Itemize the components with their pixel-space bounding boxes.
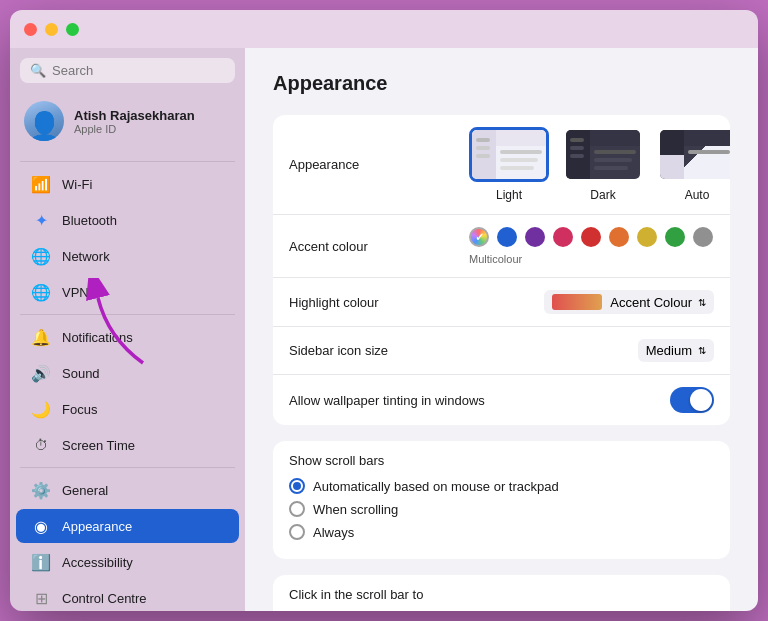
click-scroll-options: Click in the scroll bar to Jump to the n…	[273, 575, 730, 611]
bluetooth-icon: ✦	[30, 209, 52, 231]
appearance-row: Appearance	[273, 115, 730, 215]
sidebar-wrapper: 🔍 👤 Atish Rajasekharan Apple ID	[10, 48, 245, 611]
notifications-icon: 🔔	[30, 326, 52, 348]
sidebar: 🔍 👤 Atish Rajasekharan Apple ID	[10, 48, 245, 611]
accent-options: Multicolour	[469, 227, 713, 265]
general-icon: ⚙️	[30, 479, 52, 501]
screen-time-icon: ⏱	[30, 434, 52, 456]
appearance-thumb-light[interactable]	[469, 127, 549, 182]
zoom-button[interactable]	[66, 23, 79, 36]
wifi-icon: 📶	[30, 173, 52, 195]
wallpaper-tinting-label: Allow wallpaper tinting in windows	[289, 393, 485, 408]
appearance-option-light-label: Light	[496, 188, 522, 202]
sidebar-item-control-centre[interactable]: ⊞ Control Centre	[16, 581, 239, 611]
search-icon: 🔍	[30, 63, 46, 78]
highlight-colour-value: Accent Colour	[610, 295, 692, 310]
scroll-bars-label: Show scroll bars	[289, 453, 714, 468]
scroll-bars-auto-label: Automatically based on mouse or trackpad	[313, 479, 559, 494]
sidebar-icon-size-dropdown[interactable]: Medium ⇅	[638, 339, 714, 362]
sidebar-item-label: Network	[62, 249, 110, 264]
accent-green[interactable]	[665, 227, 685, 247]
sidebar-icon-size-row: Sidebar icon size Medium ⇅	[273, 327, 730, 375]
scroll-bars-scrolling-radio[interactable]	[289, 501, 305, 517]
sidebar-item-bluetooth[interactable]: ✦ Bluetooth	[16, 203, 239, 237]
sidebar-item-label: Focus	[62, 402, 97, 417]
scroll-bars-scrolling-option[interactable]: When scrolling	[289, 501, 714, 517]
panel-title: Appearance	[273, 72, 730, 95]
sidebar-item-vpn[interactable]: 🌐 VPN	[16, 275, 239, 309]
sidebar-item-network[interactable]: 🌐 Network	[16, 239, 239, 273]
sidebar-item-label: Sound	[62, 366, 100, 381]
appearance-thumb-auto[interactable]	[657, 127, 730, 182]
user-name: Atish Rajasekharan	[74, 108, 195, 123]
click-scroll-section: Click in the scroll bar to Jump to the n…	[273, 575, 730, 611]
vpn-icon: 🌐	[30, 281, 52, 303]
scroll-bars-scrolling-label: When scrolling	[313, 502, 398, 517]
avatar: 👤	[24, 101, 64, 141]
sidebar-item-wifi[interactable]: 📶 Wi-Fi	[16, 167, 239, 201]
minimize-button[interactable]	[45, 23, 58, 36]
network-icon: 🌐	[30, 245, 52, 267]
scroll-bars-section: Show scroll bars Automatically based on …	[273, 441, 730, 559]
scroll-bars-options: Show scroll bars Automatically based on …	[273, 441, 730, 559]
scroll-bars-auto-option[interactable]: Automatically based on mouse or trackpad	[289, 478, 714, 494]
highlight-colour-preview	[552, 294, 602, 310]
main-window: 🔍 👤 Atish Rajasekharan Apple ID	[10, 10, 758, 611]
sidebar-item-label: General	[62, 483, 108, 498]
sidebar-divider-3	[20, 467, 235, 468]
accent-purple[interactable]	[525, 227, 545, 247]
search-input[interactable]	[52, 63, 225, 78]
sidebar-item-label: Screen Time	[62, 438, 135, 453]
control-centre-icon: ⊞	[30, 587, 52, 609]
accent-blue[interactable]	[497, 227, 517, 247]
sidebar-item-label: Wi-Fi	[62, 177, 92, 192]
search-bar[interactable]: 🔍	[20, 58, 235, 83]
window-content: 🔍 👤 Atish Rajasekharan Apple ID	[10, 48, 758, 611]
accent-orange[interactable]	[609, 227, 629, 247]
appearance-option-dark-label: Dark	[590, 188, 615, 202]
close-button[interactable]	[24, 23, 37, 36]
sidebar-item-appearance[interactable]: ◉ Appearance	[16, 509, 239, 543]
accent-multicolour[interactable]	[469, 227, 489, 247]
highlight-dropdown-chevron: ⇅	[698, 297, 706, 308]
user-info: Atish Rajasekharan Apple ID	[74, 108, 195, 135]
sidebar-divider-1	[20, 161, 235, 162]
sidebar-item-label: Control Centre	[62, 591, 147, 606]
scroll-bars-auto-radio[interactable]	[289, 478, 305, 494]
sidebar-item-general[interactable]: ⚙️ General	[16, 473, 239, 507]
sidebar-item-label: Appearance	[62, 519, 132, 534]
sidebar-item-label: Bluetooth	[62, 213, 117, 228]
appearance-option-dark[interactable]: Dark	[563, 127, 643, 202]
accent-colour-row: Accent colour	[273, 215, 730, 278]
accent-red[interactable]	[581, 227, 601, 247]
main-panel: Appearance Appearance	[245, 48, 758, 611]
scroll-bars-always-radio[interactable]	[289, 524, 305, 540]
accent-yellow[interactable]	[637, 227, 657, 247]
sidebar-item-focus[interactable]: 🌙 Focus	[16, 392, 239, 426]
sidebar-item-notifications[interactable]: 🔔 Notifications	[16, 320, 239, 354]
accent-graphite[interactable]	[693, 227, 713, 247]
title-bar	[10, 10, 758, 48]
sound-icon: 🔊	[30, 362, 52, 384]
scroll-bars-always-label: Always	[313, 525, 354, 540]
appearance-icon: ◉	[30, 515, 52, 537]
appearance-section: Appearance	[273, 115, 730, 425]
appearance-option-auto[interactable]: Auto	[657, 127, 730, 202]
accent-sublabel: Multicolour	[469, 253, 713, 265]
sidebar-item-accessibility[interactable]: ℹ️ Accessibility	[16, 545, 239, 579]
appearance-thumb-dark[interactable]	[563, 127, 643, 182]
sidebar-item-label: Accessibility	[62, 555, 133, 570]
scroll-bars-always-option[interactable]: Always	[289, 524, 714, 540]
highlight-colour-dropdown[interactable]: Accent Colour ⇅	[544, 290, 714, 314]
click-scroll-label: Click in the scroll bar to	[289, 587, 714, 602]
highlight-colour-label: Highlight colour	[289, 295, 469, 310]
sidebar-item-screen-time[interactable]: ⏱ Screen Time	[16, 428, 239, 462]
sidebar-divider-2	[20, 314, 235, 315]
sidebar-icon-size-chevron: ⇅	[698, 345, 706, 356]
accent-pink[interactable]	[553, 227, 573, 247]
appearance-option-light[interactable]: Light	[469, 127, 549, 202]
sidebar-item-sound[interactable]: 🔊 Sound	[16, 356, 239, 390]
wallpaper-tinting-toggle[interactable]	[670, 387, 714, 413]
accent-colour-label: Accent colour	[289, 239, 469, 254]
user-profile[interactable]: 👤 Atish Rajasekharan Apple ID	[10, 93, 245, 149]
